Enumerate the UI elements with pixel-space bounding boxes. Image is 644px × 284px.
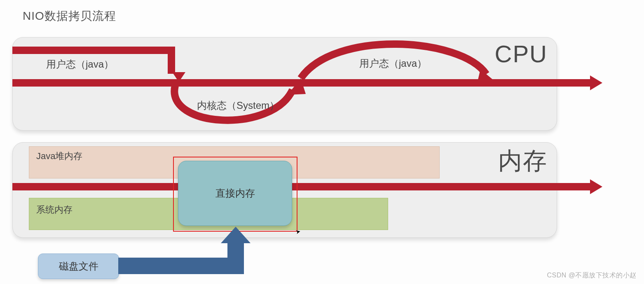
cpu-flow-mainline bbox=[12, 79, 591, 87]
diagram-title: NIO数据拷贝流程 bbox=[23, 8, 116, 24]
label-user-mode-2: 用户态（java） bbox=[359, 57, 427, 70]
java-heap-label: Java堆内存 bbox=[36, 150, 82, 162]
watermark: CSDN @不愿放下技术的小赵 bbox=[547, 271, 637, 280]
memory-flow-line bbox=[12, 183, 591, 190]
disk-arrow-head bbox=[221, 227, 251, 243]
memory-flow-arrowhead bbox=[590, 179, 602, 194]
cpu-flow-arrowhead bbox=[590, 75, 602, 90]
disk-arrow-vertical bbox=[227, 241, 244, 274]
cpu-flow-down bbox=[168, 47, 175, 74]
memory-label: 内存 bbox=[498, 145, 548, 177]
disk-arrow-horizontal bbox=[118, 258, 240, 274]
direct-memory-label: 直接内存 bbox=[215, 187, 255, 200]
disk-file-label: 磁盘文件 bbox=[59, 260, 98, 273]
system-memory-label: 系统内存 bbox=[36, 204, 73, 216]
cpu-label: CPU bbox=[495, 40, 548, 68]
label-kernel-mode: 内核态（System） bbox=[197, 99, 279, 112]
direct-memory-box: 直接内存 bbox=[178, 161, 292, 226]
disk-file-box: 磁盘文件 bbox=[38, 253, 119, 279]
cpu-flow-segment-1 bbox=[12, 47, 175, 54]
label-user-mode-1: 用户态（java） bbox=[46, 58, 114, 71]
